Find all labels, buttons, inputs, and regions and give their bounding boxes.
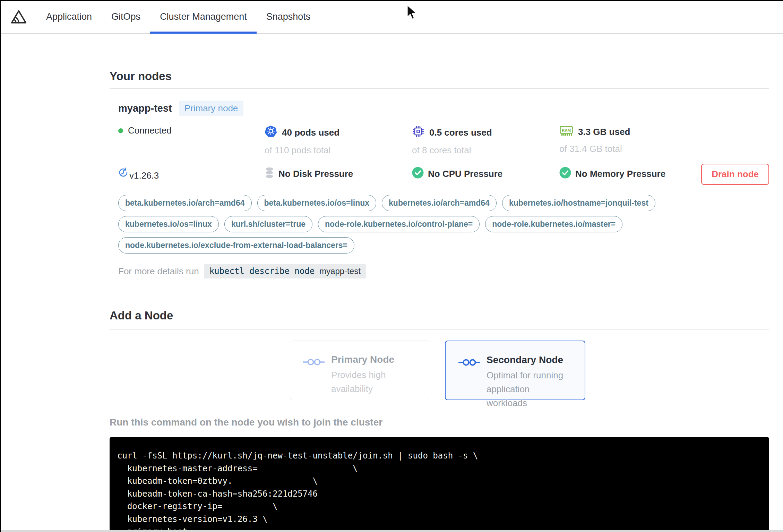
memory-used-value: 3.3 GB used xyxy=(578,127,630,137)
node-label-chip: node.kubernetes.io/exclude-from-external… xyxy=(118,237,354,254)
node-label-chip: kubernetes.io/hostname=jonquil-test xyxy=(502,195,655,211)
option-title: Primary Node xyxy=(331,354,415,365)
cpu-icon xyxy=(412,125,424,140)
version-icon xyxy=(118,168,129,181)
cpu-pressure-condition: No CPU Pressure xyxy=(412,167,559,181)
command-line: kubernetes-master-address= \ xyxy=(117,462,759,475)
node-label-chip: kubernetes.io/os=linux xyxy=(118,216,219,232)
node-labels: beta.kubernetes.io/arch=amd64 beta.kuber… xyxy=(118,195,659,254)
main-content: Your nodes myapp-test Primary node Conne… xyxy=(1,70,769,532)
tab-label: Snapshots xyxy=(266,11,311,22)
drain-node-button[interactable]: Drain node xyxy=(701,164,769,185)
disk-pressure-condition: No Disk Pressure xyxy=(265,167,412,181)
option-text: Secondary Node Optimal for running appli… xyxy=(487,354,570,410)
tab-gitops[interactable]: GitOps xyxy=(102,1,150,33)
join-instruction: Run this command on the node you wish to… xyxy=(110,417,769,428)
node-label-chip: beta.kubernetes.io/os=linux xyxy=(257,195,377,211)
condition-label: No Memory Pressure xyxy=(575,169,665,179)
version-label: v1.26.3 xyxy=(129,170,159,181)
pods-total: of 110 pods total xyxy=(265,145,412,156)
app-logo xyxy=(1,1,36,33)
option-description: Optimal for running application workload… xyxy=(487,368,570,410)
cores-stat: 0.5 cores used of 8 cores total xyxy=(412,125,559,156)
details-prefix: For more details run xyxy=(118,266,199,277)
node-version: v1.26.3 xyxy=(118,167,265,181)
node-card: myapp-test Primary node Connected xyxy=(110,89,769,278)
pods-stat: 40 pods used of 110 pods total xyxy=(265,125,412,156)
node-label-chip: beta.kubernetes.io/arch=amd64 xyxy=(118,195,252,211)
memory-stat: RAM 3.3 GB used of 31.4 GB total xyxy=(559,125,769,156)
tab-label: Application xyxy=(46,11,92,22)
node-name: myapp-test xyxy=(118,103,172,114)
check-circle-icon xyxy=(559,167,571,181)
secondary-node-option[interactable]: Secondary Node Optimal for running appli… xyxy=(445,341,585,400)
section-divider xyxy=(110,329,769,329)
option-description: Provides high availability xyxy=(331,368,415,396)
primary-node-badge: Primary node xyxy=(179,101,244,116)
kubectl-command-node: myapp-test xyxy=(319,266,361,276)
mouse-cursor-icon xyxy=(404,4,420,23)
option-title: Secondary Node xyxy=(487,354,570,366)
condition-label: No Disk Pressure xyxy=(278,169,353,179)
check-circle-icon xyxy=(412,167,424,181)
node-type-options: Primary Node Provides high availability … xyxy=(290,341,769,400)
tab-cluster-management[interactable]: Cluster Management xyxy=(150,1,257,33)
join-command-terminal: curl -fsSL https://kurl.sh/jq-new-test-u… xyxy=(110,437,769,532)
memory-total: of 31.4 GB total xyxy=(559,144,769,154)
linked-nodes-icon xyxy=(458,358,480,368)
svg-text:RAM: RAM xyxy=(562,128,571,132)
option-text: Primary Node Provides high availability xyxy=(331,354,415,396)
kubectl-command-chip: kubectl describe node myapp-test xyxy=(204,264,366,278)
tab-snapshots[interactable]: Snapshots xyxy=(257,1,320,33)
status-label: Connected xyxy=(128,125,172,136)
tab-application[interactable]: Application xyxy=(36,1,102,33)
command-line: docker-registry-ip= \ xyxy=(117,500,759,513)
add-node-title: Add a Node xyxy=(110,309,769,322)
node-header: myapp-test Primary node xyxy=(118,101,769,116)
bottom-edge-strip xyxy=(1,530,783,532)
tab-label: Cluster Management xyxy=(160,11,247,22)
node-details-hint: For more details run kubectl describe no… xyxy=(118,264,769,278)
cores-used-value: 0.5 cores used xyxy=(429,127,492,138)
node-label-chip: node-role.kubernetes.io/master= xyxy=(485,216,622,232)
node-label-chip: kurl.sh/cluster=true xyxy=(224,216,312,232)
command-line: curl -fsSL https://kurl.sh/jq-new-test-u… xyxy=(117,449,759,462)
top-nav: Application GitOps Cluster Management Sn… xyxy=(1,1,783,34)
node-status: Connected xyxy=(118,125,265,156)
node-conditions-row: v1.26.3 No Disk Pressure xyxy=(118,167,769,181)
your-nodes-title: Your nodes xyxy=(110,70,769,83)
node-label-chip: kubernetes.io/arch=amd64 xyxy=(382,195,497,211)
kubectl-command: kubectl describe node xyxy=(209,266,315,276)
pods-used-value: 40 pods used xyxy=(282,127,339,138)
disk-icon xyxy=(265,167,274,181)
command-line: kubeadm-token=0ztbvy. \ xyxy=(117,475,759,488)
admin-console-page: Application GitOps Cluster Management Sn… xyxy=(0,0,783,532)
condition-label: No CPU Pressure xyxy=(428,169,502,179)
command-line: kubeadm-token-ca-hash=sha256:221d25746 xyxy=(117,488,759,500)
command-line: kubernetes-version=v1.26.3 \ xyxy=(117,513,759,526)
node-label-chip: node-role.kubernetes.io/control-plane= xyxy=(318,216,480,232)
tab-label: GitOps xyxy=(111,11,140,22)
connected-dot-icon xyxy=(118,128,123,133)
logo-icon xyxy=(10,9,27,25)
linked-nodes-icon xyxy=(303,358,325,368)
kubernetes-icon xyxy=(265,125,277,140)
cores-total: of 8 cores total xyxy=(412,145,559,156)
primary-node-option[interactable]: Primary Node Provides high availability xyxy=(290,341,430,400)
node-stats-row: Connected xyxy=(118,125,769,156)
ram-icon: RAM xyxy=(559,125,573,139)
nav-tabs: Application GitOps Cluster Management Sn… xyxy=(36,1,320,33)
